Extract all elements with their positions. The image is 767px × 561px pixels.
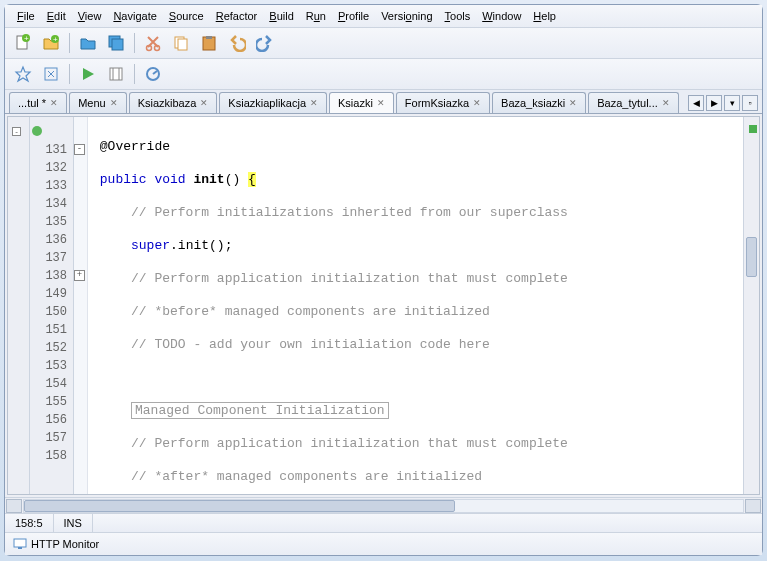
- svg-rect-16: [14, 539, 26, 547]
- tab-scroll-left[interactable]: ◀: [688, 95, 704, 111]
- tab-ksiazki[interactable]: Ksiazki✕: [329, 92, 394, 113]
- tab-baza-tytul[interactable]: Baza_tytul...✕: [588, 92, 679, 113]
- svg-text:+: +: [24, 34, 29, 43]
- new-project-button[interactable]: +: [39, 31, 63, 55]
- clean-build-button[interactable]: [39, 62, 63, 86]
- close-icon[interactable]: ✕: [473, 98, 481, 108]
- bottom-panel[interactable]: HTTP Monitor: [5, 532, 762, 555]
- scrollbar-thumb[interactable]: [746, 237, 757, 277]
- tab-ksiazkibaza[interactable]: Ksiazkibaza✕: [129, 92, 218, 113]
- copy-button[interactable]: [169, 31, 193, 55]
- error-stripe-marker: [749, 125, 757, 133]
- tab-ksiazkiaplikacja[interactable]: Ksiazkiaplikacja✕: [219, 92, 327, 113]
- redo-button[interactable]: [253, 31, 277, 55]
- menu-tools[interactable]: Tools: [439, 7, 477, 25]
- toolbar-run: [5, 59, 762, 90]
- editor-statusbar: 158:5 INS: [5, 513, 762, 532]
- open-button[interactable]: [76, 31, 100, 55]
- menu-file[interactable]: File: [11, 7, 41, 25]
- editor-tabs: ...tul *✕ Menu✕ Ksiazkibaza✕ Ksiazkiapli…: [5, 90, 762, 114]
- line-gutter[interactable]: 131 132 133 134 135 136 137 138 149 150 …: [30, 117, 74, 494]
- menu-view[interactable]: View: [72, 7, 108, 25]
- svg-rect-10: [178, 39, 187, 50]
- menu-source[interactable]: Source: [163, 7, 210, 25]
- save-all-button[interactable]: [104, 31, 128, 55]
- fold-column[interactable]: [74, 117, 88, 494]
- close-icon[interactable]: ✕: [662, 98, 670, 108]
- vertical-scrollbar[interactable]: [743, 117, 759, 494]
- code-editor[interactable]: @Override public void init() { // Perfor…: [88, 117, 743, 494]
- close-icon[interactable]: ✕: [377, 98, 385, 108]
- profile-button[interactable]: [141, 62, 165, 86]
- tab-list-dropdown[interactable]: ▾: [724, 95, 740, 111]
- tab-tul[interactable]: ...tul *✕: [9, 92, 67, 113]
- run-button[interactable]: [76, 62, 100, 86]
- undo-button[interactable]: [225, 31, 249, 55]
- monitor-icon: [13, 537, 27, 551]
- svg-point-7: [147, 46, 152, 51]
- paste-button[interactable]: [197, 31, 221, 55]
- build-button[interactable]: [11, 62, 35, 86]
- tab-baza-ksiazki[interactable]: Baza_ksiazki✕: [492, 92, 586, 113]
- left-gutter[interactable]: -: [8, 117, 30, 494]
- new-file-button[interactable]: +: [11, 31, 35, 55]
- tab-menu[interactable]: Menu✕: [69, 92, 127, 113]
- gutter-override-marker: [30, 123, 73, 141]
- svg-point-8: [155, 46, 160, 51]
- editor-area: - 131 132 133 134 135 136 137 138 149 15…: [7, 116, 760, 495]
- cut-button[interactable]: [141, 31, 165, 55]
- menu-navigate[interactable]: Navigate: [107, 7, 162, 25]
- svg-rect-12: [206, 36, 212, 39]
- close-icon[interactable]: ✕: [200, 98, 208, 108]
- close-icon[interactable]: ✕: [50, 98, 58, 108]
- http-monitor-label: HTTP Monitor: [31, 538, 99, 550]
- menu-refactor[interactable]: Refactor: [210, 7, 264, 25]
- svg-text:+: +: [53, 35, 58, 44]
- tab-formksiazka[interactable]: FormKsiazka✕: [396, 92, 490, 113]
- svg-rect-17: [18, 547, 22, 549]
- cursor-position: 158:5: [5, 514, 54, 532]
- menu-profile[interactable]: Profile: [332, 7, 375, 25]
- tab-nav: ◀ ▶ ▾ ▫: [686, 95, 758, 111]
- svg-rect-6: [112, 39, 123, 50]
- tab-maximize[interactable]: ▫: [742, 95, 758, 111]
- scroll-left-button[interactable]: [6, 499, 22, 513]
- menu-build[interactable]: Build: [263, 7, 299, 25]
- svg-rect-14: [110, 68, 122, 80]
- menubar: File Edit View Navigate Source Refactor …: [5, 5, 762, 28]
- menu-help[interactable]: Help: [527, 7, 562, 25]
- close-icon[interactable]: ✕: [310, 98, 318, 108]
- menu-window[interactable]: Window: [476, 7, 527, 25]
- close-icon[interactable]: ✕: [569, 98, 577, 108]
- scrollbar-thumb[interactable]: [24, 500, 455, 512]
- horizontal-scrollbar[interactable]: [5, 497, 762, 513]
- tab-scroll-right[interactable]: ▶: [706, 95, 722, 111]
- debug-button[interactable]: [104, 62, 128, 86]
- menu-versioning[interactable]: Versioning: [375, 7, 438, 25]
- insert-mode: INS: [54, 514, 93, 532]
- scroll-right-button[interactable]: [745, 499, 761, 513]
- ide-window: File Edit View Navigate Source Refactor …: [4, 4, 763, 556]
- toolbar-main: + +: [5, 28, 762, 59]
- close-icon[interactable]: ✕: [110, 98, 118, 108]
- menu-edit[interactable]: Edit: [41, 7, 72, 25]
- menu-run[interactable]: Run: [300, 7, 332, 25]
